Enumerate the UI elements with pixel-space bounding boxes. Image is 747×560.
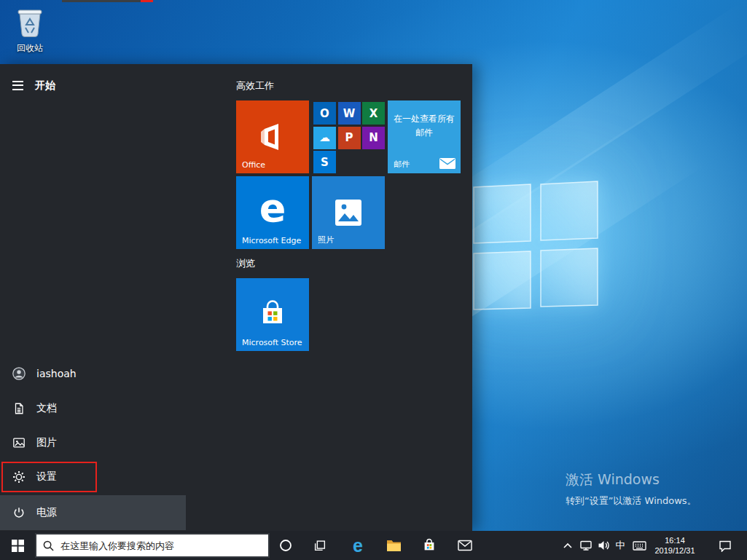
user-avatar-icon [12, 367, 26, 380]
office-apps-folder-grid: O W X ☁ P N S [313, 102, 385, 173]
cortana-button[interactable] [270, 531, 302, 560]
background-window-edge [62, 0, 153, 2]
tray-touch-keyboard-button[interactable] [630, 531, 649, 560]
rail-item-documents[interactable]: 文档 [0, 391, 186, 426]
start-menu-rail: 开始 iashoah 文档 [0, 64, 186, 531]
rail-item-user[interactable]: iashoah [0, 356, 186, 391]
search-icon [43, 540, 54, 551]
small-tile-skype[interactable]: S [313, 151, 336, 173]
tray-show-hidden-icons-button[interactable] [560, 531, 576, 560]
recycle-bin-label: 回收站 [9, 42, 51, 55]
tray-volume-button[interactable] [595, 531, 612, 560]
edge-logo: e [259, 189, 286, 228]
small-tile-onedrive[interactable]: ☁ [313, 127, 336, 149]
touch-keyboard-icon [633, 540, 646, 551]
desktop-screen: 回收站 激活 Windows 转到“设置”以激活 Windows。 开始 ias… [0, 0, 747, 560]
hamburger-menu-button[interactable] [0, 68, 35, 103]
rail-item-pictures[interactable]: 图片 [0, 425, 186, 460]
pictures-icon [12, 436, 26, 449]
rail-power-label: 电源 [36, 506, 57, 519]
small-tile-powerpoint[interactable]: P [338, 127, 361, 149]
store-bag-icon [257, 299, 289, 331]
taskbar: e [0, 531, 747, 560]
mail-envelope-icon [439, 158, 455, 169]
start-menu: 开始 iashoah 文档 [0, 64, 472, 531]
office-logo [256, 120, 289, 154]
search-input[interactable] [60, 540, 262, 551]
start-menu-tiles: 高效工作 Office O W X ☁ P [236, 64, 472, 531]
rail-pictures-label: 图片 [36, 436, 57, 449]
tile-group-title-productivity: 高效工作 [236, 79, 274, 92]
rail-settings-label: 设置 [36, 470, 57, 484]
background-window-close-edge [141, 0, 153, 2]
mail-icon [458, 540, 472, 551]
photos-icon [333, 197, 364, 228]
rail-documents-label: 文档 [36, 402, 57, 415]
recycle-bin-icon [15, 6, 44, 38]
rail-item-settings[interactable]: 设置 [0, 460, 186, 494]
action-center-button[interactable] [711, 531, 740, 560]
rail-item-power[interactable]: 电源 [0, 495, 186, 530]
windows-logo-wallpaper [458, 173, 612, 326]
taskbar-mail-button[interactable] [448, 531, 482, 560]
tile-mail[interactable]: 在一处查看所有邮件 邮件 [388, 100, 461, 173]
tile-mail-label: 邮件 [394, 159, 410, 170]
folder-icon [386, 540, 402, 552]
windows-start-icon [12, 540, 24, 552]
task-view-icon [313, 538, 327, 553]
tile-microsoft-edge[interactable]: e Microsoft Edge [236, 176, 309, 249]
document-icon [12, 402, 26, 415]
chevron-up-icon [563, 542, 573, 549]
tile-photos-label: 照片 [318, 234, 334, 245]
action-center-icon [719, 540, 732, 552]
power-icon [12, 506, 26, 519]
taskbar-search-box[interactable] [35, 533, 270, 558]
network-icon [579, 540, 592, 551]
small-tile-excel[interactable]: X [362, 102, 385, 125]
recycle-bin[interactable]: 回收站 [9, 6, 51, 55]
tile-edge-label: Microsoft Edge [242, 236, 301, 245]
ime-language-label: 中 [616, 539, 625, 552]
speaker-icon [598, 540, 610, 551]
start-menu-title: 开始 [35, 79, 55, 92]
store-icon [422, 538, 437, 553]
start-button[interactable] [0, 531, 35, 560]
cortana-icon [279, 539, 292, 552]
small-tile-word[interactable]: W [338, 102, 361, 125]
tile-photos[interactable]: 照片 [312, 176, 385, 249]
small-tile-outlook[interactable]: O [313, 102, 336, 125]
hamburger-icon [12, 81, 23, 82]
tray-ime-indicator[interactable]: 中 [612, 531, 628, 560]
rail-user-label: iashoah [36, 368, 77, 379]
small-tile-onenote[interactable]: N [362, 127, 385, 149]
edge-icon: e [353, 537, 363, 555]
taskbar-store-button[interactable] [412, 531, 446, 560]
tile-microsoft-store[interactable]: Microsoft Store [236, 278, 309, 351]
tile-group-title-explore: 浏览 [236, 257, 255, 270]
tile-office-label: Office [242, 160, 265, 170]
taskbar-edge-button[interactable]: e [341, 531, 375, 560]
file-explorer-button[interactable] [377, 531, 410, 560]
gear-icon [12, 470, 26, 484]
tile-store-label: Microsoft Store [242, 338, 302, 347]
task-view-button[interactable] [303, 531, 337, 560]
tile-office[interactable]: Office [236, 100, 309, 173]
tile-mail-headline: 在一处查看所有邮件 [388, 112, 461, 139]
tray-clock[interactable]: 16:14 2019/12/31 [651, 531, 699, 560]
tile-office-apps-folder[interactable]: O W X ☁ P N S [312, 100, 385, 173]
tray-network-button[interactable] [577, 531, 595, 560]
tray-date: 2019/12/31 [654, 545, 695, 556]
tray-time: 16:14 [665, 535, 685, 545]
